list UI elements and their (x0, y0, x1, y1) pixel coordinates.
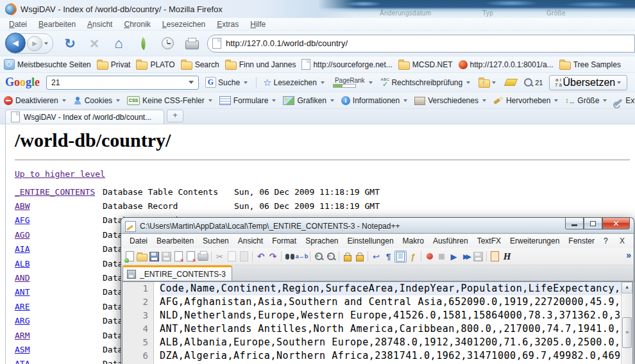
dropdown-caret[interactable] (244, 81, 248, 84)
line-text[interactable]: NLD,Netherlands,Europe,Western Europe,41… (160, 309, 622, 322)
npp-tab-entire-contents[interactable]: _ENTIRE_CONTENTS-3 (123, 265, 232, 281)
npp-menu-help[interactable]: ? (599, 235, 613, 247)
npp-menu-textfx[interactable]: TextFX (473, 235, 505, 247)
dropdown-caret[interactable] (330, 99, 334, 102)
entry-link[interactable]: AIA (15, 244, 103, 254)
entry-link[interactable]: ALB (15, 259, 103, 269)
redo-icon[interactable]: ↷ (267, 251, 279, 263)
save-icon[interactable] (148, 251, 160, 263)
entry-link[interactable]: AND (15, 273, 103, 283)
restore-button[interactable] (584, 218, 602, 229)
history-dropdown-caret[interactable] (44, 42, 48, 45)
dev-verschiedenes[interactable]: Verschiedenes (414, 95, 488, 105)
google-suche-button[interactable]: G Suche (205, 77, 250, 88)
dropdown-caret[interactable] (617, 81, 621, 84)
macro-play-icon[interactable]: ▶ (448, 251, 460, 263)
history-clock-button[interactable] (160, 35, 175, 53)
bookmark-folder-search[interactable]: Search (181, 59, 219, 70)
close-all-icon[interactable] (185, 251, 197, 263)
sendto-button[interactable] (478, 77, 498, 88)
sync-horizontal-icon[interactable] (353, 251, 366, 263)
pagerank-widget[interactable]: PageRank (333, 78, 367, 88)
up-to-higher-level-link[interactable]: Up to higher level (15, 169, 105, 179)
npp-doc-close-x[interactable]: X (614, 235, 630, 247)
dropdown-caret[interactable] (554, 99, 558, 102)
dropdown-caret[interactable] (272, 99, 276, 102)
entry-link[interactable]: ANT (15, 287, 103, 297)
entry-link[interactable]: ARG (15, 316, 103, 326)
zoom-indicator[interactable]: 21 (524, 78, 543, 87)
npp-menu-sprachen[interactable]: Sprachen (301, 235, 343, 247)
entry-link[interactable]: ATA (15, 359, 103, 364)
dev-hervorheben[interactable]: Hervorheben (493, 96, 560, 105)
word-wrap-icon[interactable]: ↩ (370, 251, 382, 263)
dropdown-caret[interactable] (321, 81, 325, 84)
google-search-value[interactable]: 21 (51, 78, 60, 87)
close-file-icon[interactable] (173, 251, 185, 263)
function-completion-icon[interactable]: ƒ (407, 251, 419, 263)
entry-link[interactable]: ARE (15, 302, 103, 311)
stop-button[interactable]: × (87, 35, 102, 53)
dev-formulare[interactable]: Formulare (219, 96, 278, 105)
open-file-icon[interactable] (136, 251, 148, 263)
dev-deaktivieren[interactable]: Deaktivieren (4, 96, 68, 105)
copy-icon[interactable] (226, 251, 238, 263)
macro-stop-icon[interactable] (436, 251, 448, 263)
bookmark-folder-tree-samples[interactable]: Tree Samples (559, 59, 621, 70)
menu-lesezeichen[interactable]: Lesezeichen (157, 19, 210, 29)
editor-line[interactable]: 4ANT,Netherlands Antilles,North America,… (123, 322, 632, 336)
editor-line[interactable]: 5ALB,Albania,Europe,Southern Europe,2874… (123, 336, 632, 349)
google-search-box[interactable]: 21 (46, 76, 199, 90)
back-button[interactable]: ◀ (5, 33, 26, 53)
google-lesezeichen-button[interactable]: ☆ Lesezeichen (263, 78, 326, 87)
uebersetzen-button[interactable]: a í7 ä Übersetzen (549, 75, 627, 90)
npp-menu-ansicht[interactable]: Ansicht (233, 235, 267, 247)
cut-icon[interactable]: ✂ (214, 251, 226, 263)
url-text[interactable]: http://127.0.0.1/world-db/country/ (226, 38, 348, 48)
print-icon[interactable] (197, 251, 209, 263)
dropdown-caret[interactable] (603, 99, 607, 102)
html-preview-icon[interactable]: H (501, 251, 513, 263)
editor-area[interactable]: 1Code,Name,Continent,Region,SurfaceArea,… (122, 281, 633, 364)
line-text[interactable]: AFG,Afghanistan,Asia,Southern and Centra… (160, 295, 622, 309)
npp-menu-format[interactable]: Format (267, 235, 301, 247)
menu-hilfe[interactable]: Hilfe (245, 19, 271, 29)
bookmark-localhost-8001[interactable]: http://127.0.0.1:8001/a... (459, 60, 554, 69)
indent-guide-icon[interactable] (394, 251, 407, 263)
search-dropdown-caret[interactable] (189, 81, 194, 84)
npp-menu-makro[interactable]: Makro (398, 235, 428, 247)
npp-menu-ausfuehren[interactable]: Ausführen (428, 235, 473, 247)
scrollbar-thumb[interactable]: ≡ (622, 317, 632, 348)
dropdown-caret[interactable] (116, 99, 120, 102)
dev-groesse[interactable]: Größe (565, 96, 609, 105)
doc-switcher-icon[interactable] (489, 251, 501, 263)
line-text[interactable]: ALB,Albania,Europe,Southern Europe,28748… (160, 336, 622, 349)
zoom-in-icon[interactable]: + (312, 251, 325, 263)
entry-link[interactable]: AFG (15, 215, 103, 225)
scroll-up-button[interactable]: ▲ (622, 282, 632, 294)
macro-save-icon[interactable] (472, 251, 484, 263)
bookmark-folder-plato[interactable]: PLATO (136, 59, 174, 70)
bookmark-meistbesuchte-seiten[interactable]: Meistbesuchte Seiten (4, 59, 91, 70)
menu-bearbeiten[interactable]: Bearbeiten (33, 19, 81, 29)
npp-menu-erweiterungen[interactable]: Erweiterungen (505, 235, 564, 247)
bookmark-folder-privat[interactable]: Privat (97, 59, 131, 70)
menu-ansicht[interactable]: Ansicht (82, 19, 117, 29)
forward-button[interactable]: ▶ (27, 36, 42, 51)
sage-feed-button[interactable] (135, 35, 151, 53)
editor-line[interactable]: 6DZA,Algeria,Africa,Northern Africa,2381… (123, 349, 632, 363)
vertical-scrollbar[interactable]: ▲ ≡ (621, 282, 632, 364)
entry-link[interactable]: ABW (15, 201, 103, 211)
find-icon[interactable] (284, 251, 296, 263)
spellcheck-button[interactable]: ABC✓ Rechtschreibprüfung (381, 78, 473, 88)
menu-extras[interactable]: Extras (212, 19, 244, 29)
npp-menu-einstellungen[interactable]: Einstellungen (343, 235, 398, 247)
macro-record-icon[interactable] (423, 251, 436, 263)
menu-chronik[interactable]: Chronik (119, 19, 155, 29)
entry-link[interactable]: ARM (15, 331, 103, 340)
sync-vertical-icon[interactable] (341, 251, 353, 263)
home-button[interactable]: ⌂ (111, 35, 126, 53)
editor-line[interactable]: 2AFG,Afghanistan,Asia,Southern and Centr… (123, 295, 632, 309)
npp-menu-suchen[interactable]: Suchen (198, 235, 233, 247)
npp-menu-datei[interactable]: Datei (125, 235, 152, 247)
